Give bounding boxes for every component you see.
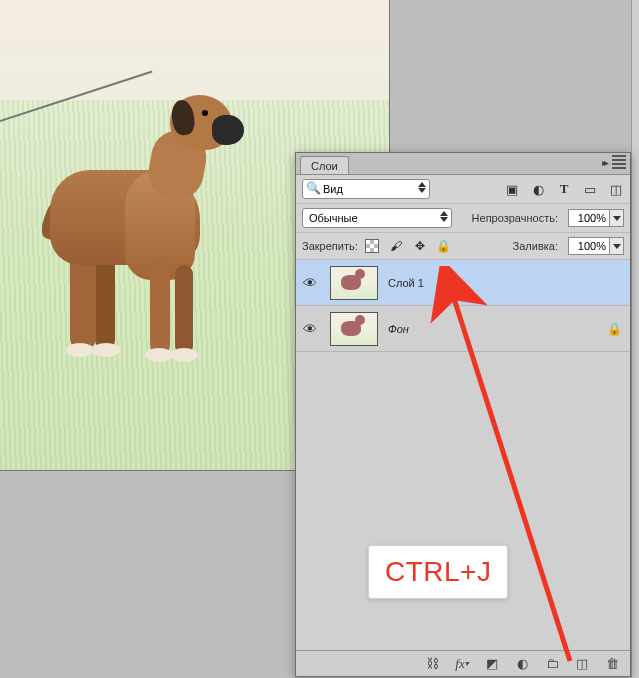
- panel-menu-icon[interactable]: [612, 155, 626, 169]
- visibility-icon[interactable]: 👁: [300, 321, 320, 337]
- visibility-icon[interactable]: 👁: [300, 275, 320, 291]
- filter-pixel-icon[interactable]: ▣: [504, 181, 520, 197]
- blend-mode-dropdown[interactable]: Обычные: [302, 208, 452, 228]
- filter-kind-dropdown[interactable]: Вид: [302, 179, 430, 199]
- lock-position-icon[interactable]: ✥: [412, 238, 428, 254]
- opacity-stepper[interactable]: [610, 209, 624, 227]
- opacity-label: Непрозрачность:: [472, 212, 558, 224]
- layer-thumbnail[interactable]: [330, 312, 378, 346]
- blend-row: Обычные Непрозрачность:: [296, 204, 630, 233]
- annotation-label: CTRL+J: [368, 545, 508, 599]
- delete-layer-icon[interactable]: 🗑: [604, 656, 620, 672]
- fill-label: Заливка:: [513, 240, 558, 252]
- fill-input[interactable]: [568, 237, 610, 255]
- layer-name[interactable]: Фон: [388, 323, 409, 335]
- filter-type-icon[interactable]: T: [556, 181, 572, 197]
- lock-indicator-icon: 🔒: [607, 322, 622, 336]
- blend-mode-select[interactable]: Обычные: [302, 208, 452, 228]
- fill-stepper[interactable]: [610, 237, 624, 255]
- fx-icon[interactable]: fx▾: [454, 656, 470, 672]
- filter-row: 🔍 Вид ▣ ◐ T ▭ ◫: [296, 175, 630, 204]
- layer-row[interactable]: 👁 Слой 1: [296, 260, 630, 306]
- lock-image-icon[interactable]: 🖌: [388, 238, 404, 254]
- collapse-icon[interactable]: ▸▸: [602, 157, 606, 168]
- app-scrollbar[interactable]: [631, 0, 639, 678]
- panel-footer: ⛓ fx▾ ◩ ◐ 🗀 ◫ 🗑: [296, 650, 630, 676]
- opacity-input[interactable]: [568, 209, 610, 227]
- new-layer-icon[interactable]: ◫: [574, 656, 590, 672]
- link-layers-icon[interactable]: ⛓: [424, 656, 440, 672]
- filter-adjust-icon[interactable]: ◐: [530, 181, 546, 197]
- add-mask-icon[interactable]: ◩: [484, 656, 500, 672]
- annotation-text: CTRL+J: [385, 556, 491, 587]
- filter-shape-icon[interactable]: ▭: [582, 181, 598, 197]
- lock-row: Закрепить: 🖌 ✥ 🔒 Заливка:: [296, 233, 630, 260]
- adjustment-layer-icon[interactable]: ◐: [514, 656, 530, 672]
- lock-transparent-icon[interactable]: [364, 238, 380, 254]
- layer-row[interactable]: 👁 Фон 🔒: [296, 306, 630, 352]
- lock-label: Закрепить:: [302, 240, 358, 252]
- group-icon[interactable]: 🗀: [544, 656, 560, 672]
- layer-name[interactable]: Слой 1: [388, 277, 424, 289]
- filter-kind-select[interactable]: 🔍 Вид: [302, 179, 430, 199]
- layer-thumbnail[interactable]: [330, 266, 378, 300]
- lock-all-icon[interactable]: 🔒: [436, 238, 452, 254]
- filter-smart-icon[interactable]: ◫: [608, 181, 624, 197]
- panel-tabbar: Слои ▸▸: [296, 153, 630, 175]
- tab-layers[interactable]: Слои: [300, 156, 349, 174]
